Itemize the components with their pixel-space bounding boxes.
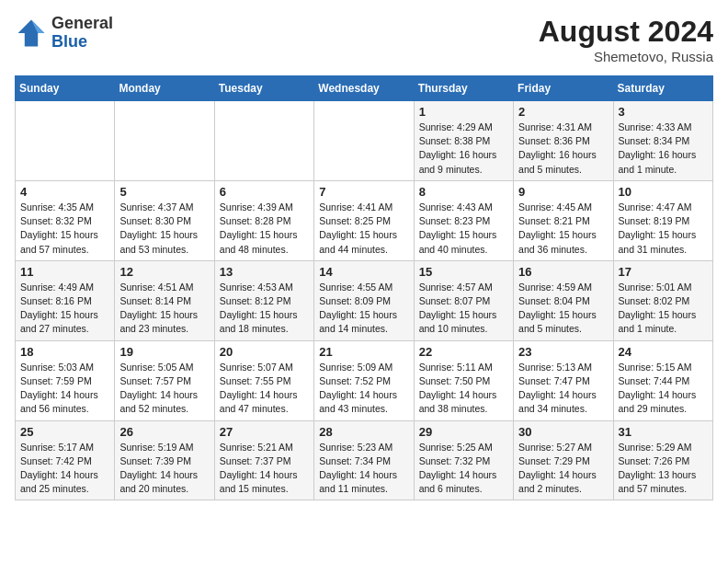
day-cell: 21Sunrise: 5:09 AMSunset: 7:52 PMDayligh… (314, 340, 414, 420)
day-cell (115, 101, 214, 181)
day-cell: 13Sunrise: 4:53 AMSunset: 8:12 PMDayligh… (214, 260, 313, 340)
day-cell: 8Sunrise: 4:43 AMSunset: 8:23 PMDaylight… (414, 180, 513, 260)
day-info: Sunrise: 5:15 AMSunset: 7:44 PMDaylight:… (619, 361, 708, 417)
day-number: 5 (119, 185, 209, 199)
page-header: General Blue August 2024 Shemetovo, Russ… (15, 15, 713, 64)
day-number: 4 (20, 185, 109, 199)
day-info: Sunrise: 4:37 AMSunset: 8:30 PMDaylight:… (119, 201, 209, 257)
day-info: Sunrise: 4:39 AMSunset: 8:28 PMDaylight:… (220, 201, 309, 257)
day-info: Sunrise: 5:03 AMSunset: 7:59 PMDaylight:… (20, 361, 109, 417)
day-number: 9 (518, 185, 608, 199)
day-cell: 10Sunrise: 4:47 AMSunset: 8:19 PMDayligh… (613, 180, 712, 260)
day-number: 2 (518, 105, 608, 119)
day-cell: 14Sunrise: 4:55 AMSunset: 8:09 PMDayligh… (314, 260, 414, 340)
logo-blue: Blue (51, 32, 87, 51)
week-row-3: 11Sunrise: 4:49 AMSunset: 8:16 PMDayligh… (16, 260, 713, 340)
day-info: Sunrise: 5:01 AMSunset: 8:02 PMDaylight:… (619, 281, 708, 337)
weekday-header-saturday: Saturday (613, 76, 712, 101)
day-info: Sunrise: 4:29 AMSunset: 8:38 PMDaylight:… (419, 121, 508, 177)
day-info: Sunrise: 4:59 AMSunset: 8:04 PMDaylight:… (518, 281, 608, 337)
day-number: 17 (619, 265, 708, 279)
day-cell (214, 101, 313, 181)
day-number: 14 (319, 265, 408, 279)
day-info: Sunrise: 5:21 AMSunset: 7:37 PMDaylight:… (220, 441, 309, 497)
day-info: Sunrise: 4:33 AMSunset: 8:34 PMDaylight:… (619, 121, 708, 177)
day-number: 24 (619, 345, 708, 359)
day-info: Sunrise: 4:45 AMSunset: 8:21 PMDaylight:… (518, 201, 608, 257)
day-info: Sunrise: 4:41 AMSunset: 8:25 PMDaylight:… (319, 201, 408, 257)
day-number: 29 (419, 425, 508, 439)
day-cell: 11Sunrise: 4:49 AMSunset: 8:16 PMDayligh… (16, 260, 115, 340)
day-cell: 15Sunrise: 4:57 AMSunset: 8:07 PMDayligh… (414, 260, 513, 340)
weekday-header-monday: Monday (115, 76, 214, 101)
weekday-header-wednesday: Wednesday (314, 76, 414, 101)
day-number: 31 (619, 425, 708, 439)
day-cell: 28Sunrise: 5:23 AMSunset: 7:34 PMDayligh… (314, 420, 414, 500)
day-number: 18 (20, 345, 109, 359)
day-number: 6 (220, 185, 309, 199)
day-number: 11 (20, 265, 109, 279)
day-cell: 22Sunrise: 5:11 AMSunset: 7:50 PMDayligh… (414, 340, 513, 420)
day-cell: 24Sunrise: 5:15 AMSunset: 7:44 PMDayligh… (613, 340, 712, 420)
day-cell: 9Sunrise: 4:45 AMSunset: 8:21 PMDaylight… (514, 180, 613, 260)
day-cell: 23Sunrise: 5:13 AMSunset: 7:47 PMDayligh… (514, 340, 613, 420)
day-cell: 29Sunrise: 5:25 AMSunset: 7:32 PMDayligh… (414, 420, 513, 500)
day-number: 7 (319, 185, 408, 199)
day-number: 8 (419, 185, 508, 199)
weekday-header-thursday: Thursday (414, 76, 513, 101)
day-number: 19 (119, 345, 209, 359)
day-number: 15 (419, 265, 508, 279)
day-number: 13 (220, 265, 309, 279)
day-info: Sunrise: 5:07 AMSunset: 7:55 PMDaylight:… (220, 361, 309, 417)
day-info: Sunrise: 4:43 AMSunset: 8:23 PMDaylight:… (419, 201, 508, 257)
day-info: Sunrise: 4:55 AMSunset: 8:09 PMDaylight:… (319, 281, 408, 337)
day-info: Sunrise: 4:49 AMSunset: 8:16 PMDaylight:… (20, 281, 109, 337)
day-info: Sunrise: 5:29 AMSunset: 7:26 PMDaylight:… (619, 441, 708, 497)
day-number: 16 (518, 265, 608, 279)
day-number: 21 (319, 345, 408, 359)
day-cell: 20Sunrise: 5:07 AMSunset: 7:55 PMDayligh… (214, 340, 313, 420)
month-year: August 2024 (539, 15, 713, 49)
day-number: 10 (619, 185, 708, 199)
day-cell: 3Sunrise: 4:33 AMSunset: 8:34 PMDaylight… (613, 101, 712, 181)
week-row-1: 1Sunrise: 4:29 AMSunset: 8:38 PMDaylight… (16, 101, 713, 181)
calendar-table: SundayMondayTuesdayWednesdayThursdayFrid… (15, 75, 713, 500)
day-cell: 16Sunrise: 4:59 AMSunset: 8:04 PMDayligh… (514, 260, 613, 340)
day-info: Sunrise: 4:53 AMSunset: 8:12 PMDaylight:… (220, 281, 309, 337)
day-info: Sunrise: 5:13 AMSunset: 7:47 PMDaylight:… (518, 361, 608, 417)
day-number: 30 (518, 425, 608, 439)
day-cell: 31Sunrise: 5:29 AMSunset: 7:26 PMDayligh… (613, 420, 712, 500)
day-info: Sunrise: 4:51 AMSunset: 8:14 PMDaylight:… (119, 281, 209, 337)
day-number: 26 (119, 425, 209, 439)
day-cell: 4Sunrise: 4:35 AMSunset: 8:32 PMDaylight… (16, 180, 115, 260)
day-cell: 17Sunrise: 5:01 AMSunset: 8:02 PMDayligh… (613, 260, 712, 340)
day-info: Sunrise: 5:17 AMSunset: 7:42 PMDaylight:… (20, 441, 109, 497)
logo: General Blue (15, 15, 113, 52)
day-cell: 19Sunrise: 5:05 AMSunset: 7:57 PMDayligh… (115, 340, 214, 420)
day-info: Sunrise: 5:09 AMSunset: 7:52 PMDaylight:… (319, 361, 408, 417)
day-number: 22 (419, 345, 508, 359)
day-cell: 12Sunrise: 4:51 AMSunset: 8:14 PMDayligh… (115, 260, 214, 340)
day-cell: 26Sunrise: 5:19 AMSunset: 7:39 PMDayligh… (115, 420, 214, 500)
day-cell: 27Sunrise: 5:21 AMSunset: 7:37 PMDayligh… (214, 420, 313, 500)
day-number: 27 (220, 425, 309, 439)
day-info: Sunrise: 5:23 AMSunset: 7:34 PMDaylight:… (319, 441, 408, 497)
calendar-body: 1Sunrise: 4:29 AMSunset: 8:38 PMDaylight… (16, 101, 713, 500)
day-info: Sunrise: 4:35 AMSunset: 8:32 PMDaylight:… (20, 201, 109, 257)
day-number: 25 (20, 425, 109, 439)
location: Shemetovo, Russia (539, 49, 713, 64)
weekday-header-row: SundayMondayTuesdayWednesdayThursdayFrid… (16, 76, 713, 101)
day-info: Sunrise: 4:47 AMSunset: 8:19 PMDaylight:… (619, 201, 708, 257)
day-cell: 18Sunrise: 5:03 AMSunset: 7:59 PMDayligh… (16, 340, 115, 420)
day-cell: 25Sunrise: 5:17 AMSunset: 7:42 PMDayligh… (16, 420, 115, 500)
day-info: Sunrise: 5:27 AMSunset: 7:29 PMDaylight:… (518, 441, 608, 497)
day-number: 20 (220, 345, 309, 359)
week-row-2: 4Sunrise: 4:35 AMSunset: 8:32 PMDaylight… (16, 180, 713, 260)
week-row-5: 25Sunrise: 5:17 AMSunset: 7:42 PMDayligh… (16, 420, 713, 500)
day-info: Sunrise: 5:25 AMSunset: 7:32 PMDaylight:… (419, 441, 508, 497)
logo-icon (15, 17, 48, 50)
day-cell: 5Sunrise: 4:37 AMSunset: 8:30 PMDaylight… (115, 180, 214, 260)
day-number: 1 (419, 105, 508, 119)
day-number: 3 (619, 105, 708, 119)
day-cell: 2Sunrise: 4:31 AMSunset: 8:36 PMDaylight… (514, 101, 613, 181)
